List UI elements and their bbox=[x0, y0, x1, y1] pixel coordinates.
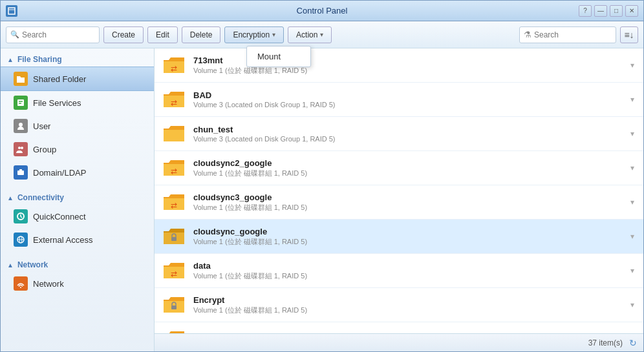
svg-text:⇄: ⇄ bbox=[171, 64, 177, 73]
sidebar-item-user[interactable]: User bbox=[1, 114, 154, 138]
folder-info: BAD Volume 3 (Located on Disk Group 1, R… bbox=[193, 90, 628, 109]
network-chevron-icon: ▲ bbox=[7, 262, 14, 269]
expand-icon[interactable]: ▾ bbox=[628, 195, 637, 209]
file-sharing-chevron-icon: ▲ bbox=[7, 56, 14, 63]
group-icon bbox=[14, 142, 28, 156]
delete-button[interactable]: Delete bbox=[182, 26, 221, 43]
svg-point-14 bbox=[20, 287, 21, 288]
expand-icon[interactable]: ▾ bbox=[628, 161, 637, 175]
mount-menu-item[interactable]: Mount bbox=[247, 48, 310, 65]
folder-locked-plain-icon bbox=[162, 295, 186, 315]
search-left-box[interactable]: 🔍 bbox=[6, 26, 100, 43]
expand-icon[interactable]: ▾ bbox=[628, 92, 637, 107]
table-row[interactable]: cloudsync_google Volume 1 (位於 磁碟群組 1, RA… bbox=[155, 220, 643, 254]
expand-icon[interactable]: ▾ bbox=[628, 127, 637, 141]
table-row[interactable]: ⇄ cloudsync3_google Volume 1 (位於 磁碟群組 1,… bbox=[155, 185, 643, 220]
item-count: 37 item(s) bbox=[588, 338, 623, 347]
table-row[interactable]: export_destination ▾ bbox=[155, 322, 643, 333]
edit-button[interactable]: Edit bbox=[147, 26, 178, 43]
expand-icon[interactable]: ▾ bbox=[628, 229, 637, 243]
sidebar-item-group[interactable]: Group bbox=[1, 138, 154, 161]
section-network[interactable]: ▲ Network bbox=[1, 256, 154, 272]
svg-rect-2 bbox=[17, 99, 24, 106]
search-left-icon: 🔍 bbox=[10, 30, 19, 39]
search-right-box[interactable]: ⚗ bbox=[519, 26, 616, 43]
folder-icon-wrap bbox=[161, 327, 187, 333]
svg-point-6 bbox=[18, 147, 21, 149]
minimize-button[interactable]: — bbox=[594, 5, 607, 17]
svg-rect-19 bbox=[171, 237, 177, 241]
sidebar-item-quickconnect[interactable]: QuickConnect bbox=[1, 205, 154, 228]
sidebar-item-shared-folder[interactable]: Shared Folder bbox=[1, 67, 154, 91]
connectivity-chevron-icon: ▲ bbox=[7, 194, 14, 202]
network-section-label: Network bbox=[17, 260, 48, 269]
network-icon bbox=[14, 276, 28, 291]
sidebar-item-domain[interactable]: Domain/LDAP bbox=[1, 161, 154, 184]
svg-point-5 bbox=[19, 123, 23, 127]
folder-plain-icon bbox=[162, 123, 186, 144]
title-bar: Control Panel ? — □ ✕ bbox=[1, 1, 643, 21]
section-file-sharing[interactable]: ▲ File Sharing bbox=[1, 51, 154, 67]
sidebar-item-network[interactable]: Network bbox=[1, 272, 154, 295]
folder-icon-wrap: ⇄ bbox=[161, 156, 187, 180]
folder-icon-wrap: ⇄ bbox=[161, 54, 187, 77]
folder-shared-icon: ⇄ bbox=[162, 158, 186, 178]
quickconnect-icon bbox=[14, 209, 28, 223]
shared-folder-label: Shared Folder bbox=[33, 74, 86, 84]
connectivity-label: Connectivity bbox=[17, 193, 64, 202]
encryption-dropdown-menu: Mount bbox=[246, 46, 311, 67]
folder-sub: Volume 1 (位於 磁碟群組 1, RAID 5) bbox=[193, 271, 628, 281]
encryption-button[interactable]: Encryption bbox=[224, 26, 284, 43]
folder-sub: Volume 1 (位於 磁碟群組 1, RAID 5) bbox=[193, 237, 628, 247]
external-access-icon bbox=[14, 233, 28, 247]
domain-icon bbox=[14, 165, 28, 180]
table-row[interactable]: Encrypt Volume 1 (位於 磁碟群組 1, RAID 5) ▾ bbox=[155, 288, 643, 322]
table-row[interactable]: ⇄ data Volume 1 (位於 磁碟群組 1, RAID 5) ▾ bbox=[155, 254, 643, 288]
sidebar: ▲ File Sharing Shared Folder File Servic… bbox=[1, 48, 155, 351]
table-row[interactable]: ⇄ BAD Volume 3 (Located on Disk Group 1,… bbox=[155, 83, 643, 117]
svg-rect-8 bbox=[17, 171, 24, 175]
maximize-button[interactable]: □ bbox=[610, 5, 623, 17]
folder-info: cloudsync_google Volume 1 (位於 磁碟群組 1, RA… bbox=[193, 227, 628, 247]
quickconnect-label: QuickConnect bbox=[33, 212, 86, 222]
table-row[interactable]: ⇄ cloudsync2_google Volume 1 (位於 磁碟群組 1,… bbox=[155, 151, 643, 185]
window-controls: ? — □ ✕ bbox=[579, 5, 638, 17]
folder-name: Encrypt bbox=[193, 295, 628, 305]
app-icon bbox=[6, 5, 17, 17]
file-services-icon bbox=[14, 96, 28, 110]
action-button[interactable]: Action bbox=[288, 26, 332, 43]
expand-icon[interactable]: ▾ bbox=[628, 58, 637, 72]
toolbar-left: 🔍 Create Edit Delete Encryption Action bbox=[6, 26, 332, 43]
toolbar-right: ⚗ ≡↓ bbox=[519, 26, 638, 43]
sidebar-item-file-services[interactable]: File Services bbox=[1, 91, 154, 114]
network-label: Network bbox=[33, 279, 64, 289]
folder-shared-icon: ⇄ bbox=[162, 260, 186, 281]
folder-shared-icon: ⇄ bbox=[162, 89, 186, 110]
close-button[interactable]: ✕ bbox=[625, 5, 638, 17]
sort-button[interactable]: ≡↓ bbox=[620, 26, 638, 43]
svg-text:⇄: ⇄ bbox=[171, 201, 177, 210]
svg-point-7 bbox=[21, 147, 23, 149]
table-row[interactable]: ⇄ 713mnt Volume 1 (位於 磁碟群組 1, RAID 5) ▾ bbox=[155, 48, 643, 83]
folder-sub: Volume 3 (Located on Disk Group 1, RAID … bbox=[193, 101, 628, 109]
file-sharing-label: File Sharing bbox=[17, 55, 62, 64]
search-right-input[interactable] bbox=[534, 30, 612, 39]
file-services-label: File Services bbox=[33, 98, 81, 108]
group-label: Group bbox=[33, 145, 56, 154]
folder-name: chun_test bbox=[193, 125, 628, 134]
table-row[interactable]: chun_test Volume 3 (Located on Disk Grou… bbox=[155, 117, 643, 151]
folder-name: cloudsync3_google bbox=[193, 192, 628, 202]
main-panel: ⇄ 713mnt Volume 1 (位於 磁碟群組 1, RAID 5) ▾ bbox=[155, 48, 643, 351]
create-button[interactable]: Create bbox=[103, 26, 144, 43]
expand-icon[interactable]: ▾ bbox=[628, 264, 637, 278]
control-panel-window: Control Panel ? — □ ✕ 🔍 Create Edit Dele… bbox=[0, 0, 644, 352]
folder-info: data Volume 1 (位於 磁碟群組 1, RAID 5) bbox=[193, 261, 628, 281]
expand-icon[interactable]: ▾ bbox=[628, 298, 637, 312]
folder-icon-wrap: ⇄ bbox=[161, 191, 187, 214]
sidebar-item-external-access[interactable]: External Access bbox=[1, 228, 154, 251]
section-connectivity[interactable]: ▲ Connectivity bbox=[1, 189, 154, 205]
search-left-input[interactable] bbox=[22, 30, 95, 39]
help-button[interactable]: ? bbox=[579, 5, 592, 17]
refresh-button[interactable]: ↻ bbox=[629, 338, 637, 348]
folder-info: Encrypt Volume 1 (位於 磁碟群組 1, RAID 5) bbox=[193, 295, 628, 315]
